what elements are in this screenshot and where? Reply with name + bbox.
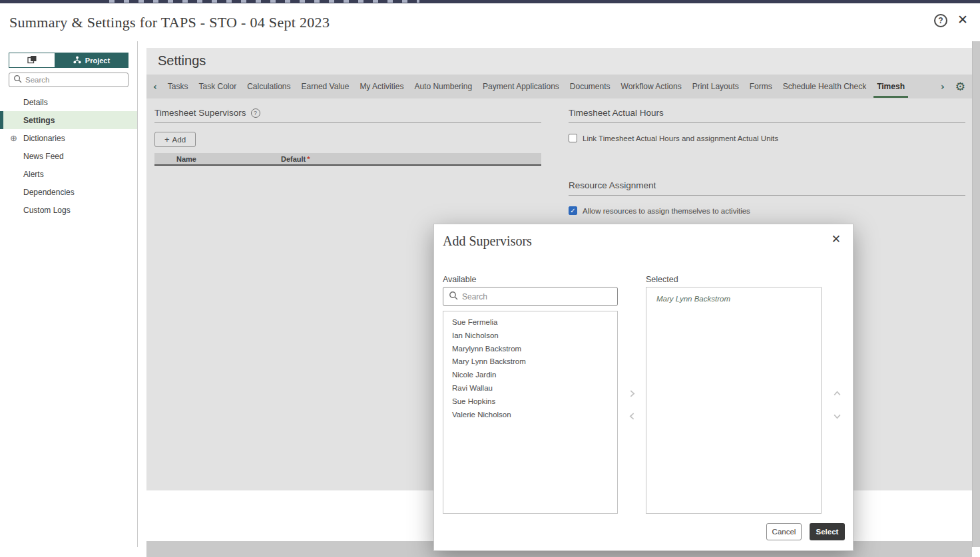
tab-forms[interactable]: Forms: [750, 82, 772, 91]
available-list: Sue Fermelia Ian Nicholson Marylynn Back…: [443, 311, 618, 514]
right-column: Timesheet Actual Hours Link Timesheet Ac…: [569, 105, 965, 215]
close-icon[interactable]: ✕: [957, 12, 968, 27]
project-toggle-label: Project: [85, 57, 110, 65]
list-item[interactable]: Ian Nicholson: [443, 329, 617, 343]
allow-self-assign-checkbox[interactable]: ✓: [569, 206, 577, 215]
selected-label: Selected: [646, 275, 678, 284]
list-item[interactable]: Sue Hopkins: [443, 395, 617, 409]
top-edge-marks: [100, 0, 419, 3]
list-item[interactable]: Valerie Nicholson: [443, 409, 617, 422]
app-window: Summary & Settings for TAPS - STO - 04 S…: [0, 0, 980, 557]
move-right-icon[interactable]: [626, 388, 637, 399]
plus-icon: +: [164, 134, 170, 144]
section-header: Timesheet Supervisors ?: [154, 105, 541, 123]
close-icon[interactable]: ✕: [832, 232, 841, 246]
available-label: Available: [443, 275, 477, 284]
sidebar-item-custom-logs[interactable]: Custom Logs: [0, 201, 137, 219]
search-icon: [13, 74, 22, 86]
workspace-toggle-button[interactable]: [9, 53, 55, 67]
settings-tab-bar: ‹ Tasks Task Color Calculations Earned V…: [146, 75, 972, 98]
add-supervisors-dialog: Add Supervisors ✕ Available Sue Fermelia…: [433, 224, 854, 551]
tab-earned-value[interactable]: Earned Value: [302, 82, 350, 91]
vertical-scrollbar[interactable]: [972, 41, 980, 547]
column-name: Name: [154, 155, 281, 163]
help-icon[interactable]: ?: [251, 108, 260, 118]
sidebar-menu: Details Settings ⊕ Dictionaries News Fee…: [0, 93, 137, 219]
sidebar-item-dictionaries[interactable]: ⊕ Dictionaries: [0, 129, 137, 147]
sidebar-item-label: Dictionaries: [23, 134, 65, 143]
sidebar-item-label: Details: [23, 98, 48, 107]
dialog-header: Summary & Settings for TAPS - STO - 04 S…: [0, 3, 980, 41]
sidebar-item-settings[interactable]: Settings: [0, 111, 137, 129]
tab-timesheets[interactable]: Timesh: [877, 82, 905, 91]
link-timesheet-hours-row: Link Timesheet Actual Hours and assignme…: [569, 134, 965, 142]
checkbox-label: Link Timesheet Actual Hours and assignme…: [583, 134, 778, 142]
available-search-input[interactable]: [462, 292, 612, 301]
list-item[interactable]: Sue Fermelia: [443, 316, 617, 329]
list-item[interactable]: Ravi Wallau: [443, 382, 617, 395]
tab-tasks[interactable]: Tasks: [168, 82, 188, 91]
tab-workflow-actions[interactable]: Workflow Actions: [621, 82, 682, 91]
project-toggle-button[interactable]: Project: [55, 53, 128, 67]
allow-self-assign-row: ✓ Allow resources to assign themselves t…: [569, 206, 965, 215]
move-down-icon[interactable]: [832, 411, 842, 421]
section-title: Timesheet Supervisors: [154, 108, 246, 118]
checkbox-label: Allow resources to assign themselves to …: [583, 207, 750, 215]
sidebar-item-label: Settings: [23, 116, 55, 125]
sidebar-item-label: Dependencies: [23, 188, 75, 197]
move-left-icon[interactable]: [626, 411, 637, 421]
tab-payment-applications[interactable]: Payment Applications: [483, 82, 559, 91]
select-button[interactable]: Select: [810, 523, 845, 540]
tab-task-color[interactable]: Task Color: [198, 82, 236, 91]
link-timesheet-hours-checkbox[interactable]: [569, 134, 577, 142]
sidebar-search-input[interactable]: [25, 76, 124, 84]
column-default: Default*: [281, 155, 310, 163]
tab-auto-numbering[interactable]: Auto Numbering: [414, 82, 472, 91]
page-title: Settings: [158, 53, 206, 69]
supervisors-table-header: Name Default*: [154, 153, 541, 166]
timesheet-supervisors-section: Timesheet Supervisors ? + Add Name Defau…: [154, 105, 541, 166]
sidebar-item-news-feed[interactable]: News Feed: [0, 147, 137, 165]
search-icon: [449, 291, 458, 303]
required-marker: *: [307, 155, 310, 163]
section-title: Timesheet Actual Hours: [569, 108, 664, 118]
help-icon[interactable]: ?: [934, 14, 947, 27]
tab-scroll-left-icon[interactable]: ‹: [153, 81, 157, 92]
page-title-bar: Settings: [146, 48, 972, 75]
list-item[interactable]: Mary Lynn Backstrom: [646, 292, 821, 305]
project-icon: [73, 56, 81, 65]
sidebar-item-dependencies[interactable]: Dependencies: [0, 183, 137, 201]
move-up-icon[interactable]: [832, 388, 842, 399]
tab-print-layouts[interactable]: Print Layouts: [692, 82, 739, 91]
add-button-label: Add: [172, 136, 186, 144]
tab-my-activities[interactable]: My Activities: [360, 82, 403, 91]
sidebar-item-alerts[interactable]: Alerts: [0, 165, 137, 183]
expand-plus-icon[interactable]: ⊕: [10, 133, 17, 143]
list-item[interactable]: Marylynn Backstrom: [443, 343, 617, 356]
section-title: Resource Assignment: [569, 180, 656, 190]
selected-list: Mary Lynn Backstrom: [646, 287, 822, 514]
sidebar: Project Details Settings ⊕ Dictionaries …: [0, 41, 138, 547]
dialog-title: Add Supervisors: [443, 234, 532, 249]
section-header: Timesheet Actual Hours: [569, 105, 965, 123]
gear-icon[interactable]: ⚙: [955, 81, 965, 93]
add-supervisor-button[interactable]: + Add: [154, 132, 196, 147]
section-header: Resource Assignment: [569, 178, 965, 196]
tab-schedule-health-check[interactable]: Schedule Health Check: [783, 82, 866, 91]
sidebar-search: [9, 73, 128, 87]
list-item[interactable]: Mary Lynn Backstrom: [443, 355, 617, 369]
available-search: [443, 287, 618, 306]
stacked-squares-icon: [27, 55, 37, 67]
sidebar-item-label: Custom Logs: [23, 206, 71, 215]
tab-calculations[interactable]: Calculations: [247, 82, 290, 91]
sidebar-item-label: News Feed: [23, 152, 64, 161]
dialog-title: Summary & Settings for TAPS - STO - 04 S…: [9, 14, 330, 31]
cancel-button[interactable]: Cancel: [766, 523, 802, 540]
list-item[interactable]: Nicole Jardin: [443, 369, 617, 382]
tab-scroll-right-icon[interactable]: ›: [941, 81, 945, 92]
sidebar-item-label: Alerts: [23, 170, 44, 179]
tab-documents[interactable]: Documents: [570, 82, 611, 91]
sidebar-item-details[interactable]: Details: [0, 93, 137, 111]
scope-toggle: Project: [9, 53, 128, 68]
